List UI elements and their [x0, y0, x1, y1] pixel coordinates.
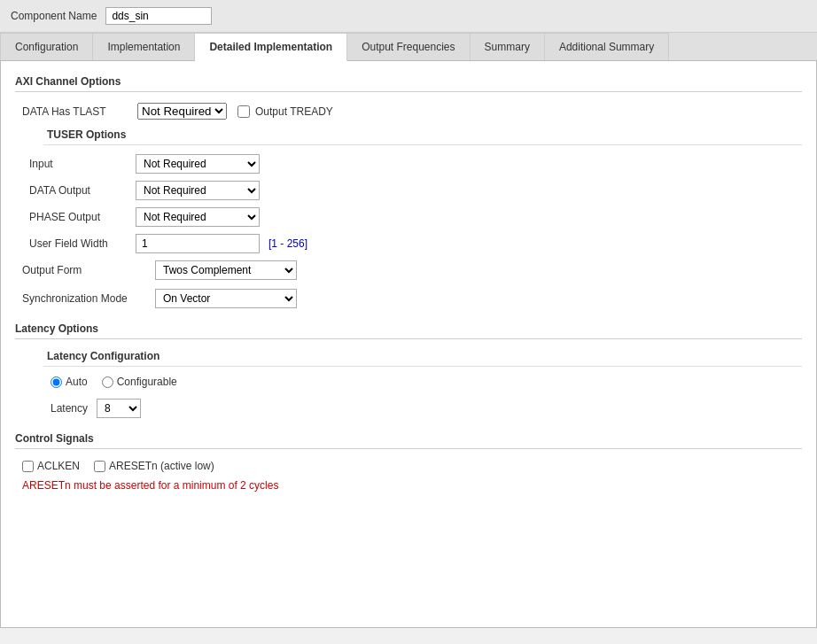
configurable-radio[interactable]: [102, 376, 113, 388]
phase-output-row: PHASE Output Not Required Required: [29, 207, 802, 227]
output-form-select[interactable]: Twos Complement Sign and Magnitude: [155, 260, 297, 280]
tab-bar: Configuration Implementation Detailed Im…: [0, 33, 817, 61]
output-form-label: Output Form: [22, 264, 155, 276]
aclken-checkbox-container: ACLKEN: [22, 460, 80, 472]
tab-output-frequencies[interactable]: Output Frequencies: [347, 33, 470, 60]
latency-configuration-header: Latency Configuration: [43, 350, 802, 367]
aclken-checkbox[interactable]: [22, 461, 34, 472]
tab-additional-summary[interactable]: Additional Summary: [545, 33, 669, 60]
input-select[interactable]: Not Required Required: [136, 154, 260, 174]
tab-configuration[interactable]: Configuration: [0, 33, 93, 60]
user-field-width-input[interactable]: [136, 234, 260, 253]
data-has-tlast-row: DATA Has TLAST Not Required Required Out…: [15, 103, 802, 120]
latency-select[interactable]: 8 1 2 3 4 5 6 7 9 10: [97, 399, 141, 418]
auto-radio-label: Auto: [66, 376, 88, 388]
axi-channel-section-header: AXI Channel Options: [15, 75, 802, 92]
control-signals-section-header: Control Signals: [15, 432, 802, 449]
data-output-label: DATA Output: [29, 184, 136, 197]
auto-radio[interactable]: [51, 376, 62, 388]
data-has-tlast-select[interactable]: Not Required Required: [137, 103, 227, 120]
latency-sub-content: Latency Configuration Auto Configurable …: [15, 350, 802, 418]
latency-section-header: Latency Options: [15, 322, 802, 339]
main-content: AXI Channel Options DATA Has TLAST Not R…: [0, 61, 817, 628]
configurable-radio-option: Configurable: [102, 376, 177, 388]
output-form-row: Output Form Twos Complement Sign and Mag…: [15, 260, 802, 280]
auto-radio-option: Auto: [51, 376, 88, 388]
component-name-input[interactable]: [105, 7, 212, 25]
component-name-label: Component Name: [11, 10, 97, 22]
output-tready-label: Output TREADY: [255, 105, 333, 118]
aresetn-note: ARESETn must be asserted for a minimum o…: [15, 479, 802, 492]
user-field-width-label: User Field Width: [29, 237, 136, 250]
output-tready-checkbox[interactable]: [237, 105, 250, 118]
tab-summary[interactable]: Summary: [471, 33, 545, 60]
aresetn-label: ARESETn (active low): [109, 460, 214, 472]
phase-output-label: PHASE Output: [29, 211, 136, 223]
control-signals-checkboxes: ACLKEN ARESETn (active low): [15, 460, 802, 472]
aresetn-checkbox[interactable]: [94, 461, 105, 472]
top-bar: Component Name: [0, 0, 817, 33]
tab-detailed-implementation[interactable]: Detailed Implementation: [195, 33, 347, 61]
tab-implementation[interactable]: Implementation: [93, 33, 195, 60]
data-output-select[interactable]: Not Required Required: [136, 181, 260, 200]
phase-output-select[interactable]: Not Required Required: [136, 207, 260, 227]
tuser-options-section: TUSER Options Input Not Required Require…: [15, 128, 802, 253]
synchronization-mode-select[interactable]: On Vector On Packet: [155, 289, 297, 308]
user-field-width-row: User Field Width [1 - 256]: [29, 234, 802, 253]
input-row: Input Not Required Required: [29, 154, 802, 174]
output-tready-container: Output TREADY: [237, 105, 333, 118]
configurable-radio-label: Configurable: [117, 376, 177, 388]
data-output-row: DATA Output Not Required Required: [29, 181, 802, 200]
aresetn-checkbox-container: ARESETn (active low): [94, 460, 214, 472]
input-label: Input: [29, 158, 136, 170]
latency-mode-group: Auto Configurable: [29, 376, 802, 388]
data-has-tlast-label: DATA Has TLAST: [22, 105, 137, 118]
synchronization-mode-label: Synchronization Mode: [22, 292, 155, 305]
latency-row: Latency 8 1 2 3 4 5 6 7 9 10: [29, 399, 802, 418]
latency-label: Latency: [51, 402, 88, 415]
user-field-width-range: [1 - 256]: [268, 237, 307, 250]
tuser-options-header: TUSER Options: [43, 128, 802, 145]
synchronization-mode-row: Synchronization Mode On Vector On Packet: [15, 289, 802, 308]
aclken-label: ACLKEN: [37, 460, 80, 472]
